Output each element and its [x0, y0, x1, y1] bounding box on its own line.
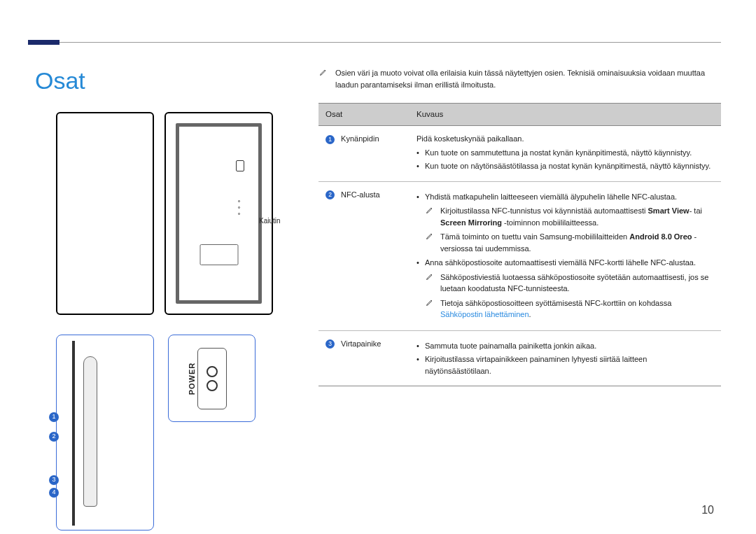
pencil-icon — [318, 67, 328, 77]
device-front-diagram — [164, 112, 273, 315]
power-callout: POWER — [168, 335, 255, 422]
row-lead: Pidä kosketuskynää paikallaan. — [416, 133, 714, 145]
table-row: 1 Kynänpidin Pidä kosketuskynää paikalla… — [318, 126, 721, 182]
row-badge: 3 — [326, 339, 335, 349]
table-row: 2 NFC-alusta Yhdistä matkapuhelin laitte… — [318, 181, 721, 330]
parts-table: Osat Kuvaus 1 Kynänpidin Pidä kosketusky… — [318, 103, 721, 386]
row-name: Kynänpidin — [341, 134, 379, 143]
speaker-label: Kaiutin — [259, 216, 281, 226]
page-title: Osat — [35, 63, 85, 99]
note-text: Sähköpostiviestiä luotaessa sähköpostios… — [440, 272, 714, 295]
pencil-icon — [425, 231, 435, 241]
page-number: 10 — [701, 502, 714, 519]
bullet: Sammuta tuote painamalla painiketta jonk… — [416, 340, 714, 352]
nfc-chip-diagram — [236, 160, 244, 171]
callout-marker-3: 3 — [49, 475, 59, 485]
power-label: POWER — [186, 362, 198, 395]
note-text: Kirjoitustilassa NFC-tunnistus voi käynn… — [440, 205, 714, 228]
illustration-area: Kaiutin 1 2 3 4 POWER — [56, 112, 280, 532]
table-row: 3 Virtapainike Sammuta tuote painamalla … — [318, 330, 721, 386]
pen-diagram — [83, 356, 97, 507]
row-name: NFC-alusta — [341, 190, 380, 199]
pen-callout: 1 2 3 4 — [56, 335, 154, 531]
bullet: Kun tuote on näytönsäästötilassa ja nost… — [416, 160, 714, 172]
email-sending-link[interactable]: Sähköpostin lähettäminen — [440, 310, 529, 318]
note-text: Tietoja sähköpostiosoitteen syöttämisest… — [440, 297, 714, 321]
speaker-holes — [238, 200, 240, 215]
row-badge: 1 — [326, 135, 335, 144]
callout-marker-2: 2 — [49, 432, 59, 442]
header-rule — [28, 42, 721, 43]
note-text: Tämä toiminto on tuettu vain Samsung-mob… — [440, 231, 714, 254]
bullet: Kun tuote on sammutettuna ja nostat kynä… — [416, 147, 714, 159]
bezel — [176, 123, 262, 304]
row-name: Virtapainike — [341, 339, 381, 348]
pencil-icon — [425, 297, 435, 307]
intro-note: Osien väri ja muoto voivat olla erilaisi… — [318, 67, 721, 90]
callout-marker-1: 1 — [49, 412, 59, 422]
row-badge: 2 — [326, 190, 335, 199]
port-diagram — [200, 244, 238, 265]
th-kuvaus: Kuvaus — [410, 104, 721, 126]
pencil-icon — [425, 205, 435, 215]
bullet: Kirjoitustilassa virtapainikkeen painami… — [416, 353, 714, 377]
device-back-diagram — [56, 112, 154, 315]
bullet: Yhdistä matkapuhelin laitteeseen viemäll… — [416, 191, 714, 203]
pencil-icon — [425, 272, 435, 281]
th-osat: Osat — [318, 104, 410, 126]
content-column: Osien väri ja muoto voivat olla erilaisi… — [318, 67, 721, 386]
intro-note-text: Osien väri ja muoto voivat olla erilaisi… — [335, 67, 721, 90]
callout-marker-4: 4 — [49, 488, 59, 498]
bullet: Anna sähköpostiosoite automaattisesti vi… — [416, 257, 714, 269]
